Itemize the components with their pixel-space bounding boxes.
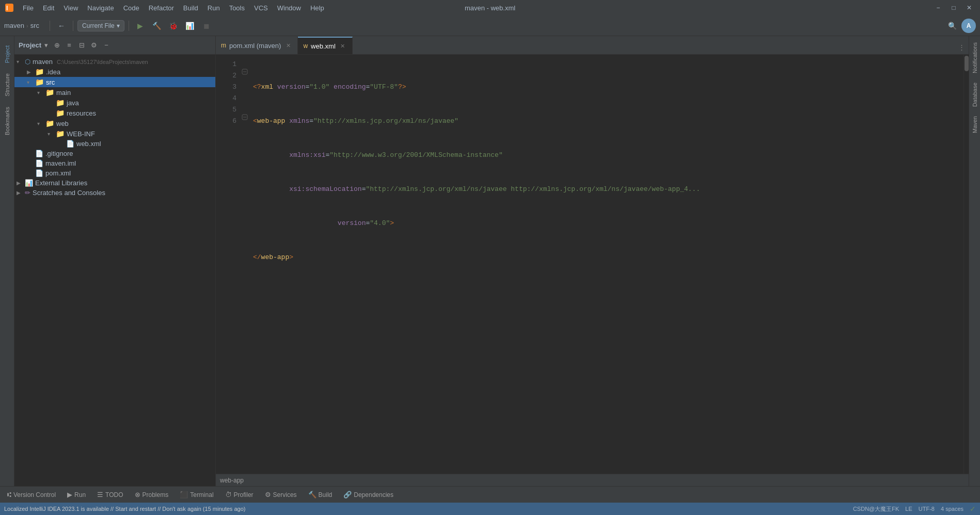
sidebar-settings-button[interactable]: ⚙ [88, 40, 100, 51]
menu-build[interactable]: Build [179, 3, 202, 13]
bottom-tab-build[interactable]: 🔨 Build [303, 489, 338, 501]
tree-label-resources: resources [67, 109, 96, 117]
coverage-button[interactable]: 📊 [183, 19, 197, 33]
tree-item-idea[interactable]: ▶ 📁 .idea [14, 67, 215, 77]
close-button[interactable]: ✕ [962, 3, 976, 13]
editor-container[interactable]: 1 2 3 4 5 6 [216, 55, 969, 474]
lightbulb-icon[interactable]: 💡 [249, 218, 249, 229]
tab-pomxml-close[interactable]: ✕ [284, 41, 292, 50]
xml-xmlns-attr: xmlns [289, 116, 309, 127]
tree-item-resources[interactable]: ▶ 📁 resources [14, 108, 215, 118]
sidebar-locate-button[interactable]: ⊟ [76, 40, 87, 51]
sidebar-dropdown-icon[interactable]: ▾ [44, 41, 48, 49]
left-vtab-bookmarks[interactable]: Bookmarks [2, 102, 12, 140]
status-indent[interactable]: 4 spaces [941, 506, 963, 512]
stop-button[interactable]: ◼ [199, 19, 214, 33]
fold-marker-2[interactable] [242, 69, 248, 75]
sidebar-add-button[interactable]: ⊕ [51, 40, 62, 51]
bottom-tab-todo[interactable]: ☰ TODO [92, 489, 128, 501]
tree-label-maveniml: maven.iml [45, 159, 76, 167]
tree-item-scratches[interactable]: ▶ ✏ Scratches and Consoles [14, 188, 215, 198]
status-user: CSDN@大魔王FK [853, 505, 899, 513]
tab-pomxml[interactable]: m pom.xml (maven) ✕ [216, 37, 298, 54]
scratches-icon: ✏ [25, 189, 30, 197]
code-editor[interactable]: <?xml version="1.0" encoding="UTF-8"?> <… [249, 55, 963, 474]
menu-help[interactable]: Help [306, 3, 328, 13]
xml-xmlns-xsi-val: "http://www.w3.org/2001/XMLSchema-instan… [329, 150, 502, 161]
menu-run[interactable]: Run [203, 3, 224, 13]
editor-scrollbar[interactable] [963, 55, 969, 474]
user-avatar[interactable]: A [961, 19, 976, 33]
code-line-1: <?xml version="1.0" encoding="UTF-8"?> [253, 82, 963, 93]
bottom-tab-services[interactable]: ⚙ Services [260, 489, 302, 501]
xml-version-val-2: "4.0" [370, 218, 390, 229]
bottom-tab-problems[interactable]: ⊗ Problems [130, 489, 174, 501]
todo-icon: ☰ [97, 491, 103, 498]
xml-version-attr: version [277, 82, 306, 93]
menu-navigate[interactable]: Navigate [83, 3, 118, 13]
bottom-tab-profiler[interactable]: ⏱ Profiler [220, 489, 259, 501]
search-everywhere-button[interactable]: 🔍 [945, 19, 959, 33]
tree-arrow-src: ▾ [27, 79, 33, 85]
tree-item-webinf[interactable]: ▾ 📁 WEB-INF [14, 128, 215, 139]
right-tab-maven[interactable]: Maven [971, 112, 979, 137]
scrollbar-thumb[interactable] [965, 56, 969, 71]
bottom-tab-versioncontrol[interactable]: ⑆ Version Control [2, 489, 61, 501]
bottom-bar: ⑆ Version Control ▶ Run ☰ TODO ⊗ Problem… [0, 486, 980, 503]
tab-more-button[interactable]: ⋮ [954, 40, 969, 54]
menu-window[interactable]: Window [273, 3, 305, 13]
app-logo: I [4, 3, 14, 13]
xml-encoding-attr: encoding [334, 82, 366, 93]
menu-vcs[interactable]: VCS [250, 3, 272, 13]
extlibs-icon: 📊 [25, 179, 33, 187]
menu-view[interactable]: View [59, 3, 82, 13]
tree-item-java[interactable]: ▶ 📁 java [14, 98, 215, 108]
back-button[interactable]: ← [54, 19, 69, 33]
menu-edit[interactable]: Edit [39, 3, 58, 13]
tree-arrow-web: ▾ [37, 121, 43, 126]
bottom-tab-run[interactable]: ▶ Run [62, 489, 91, 501]
run-button[interactable]: ▶ [133, 19, 148, 33]
tree-item-maven[interactable]: ▾ ⬡ maven C:\Users\35127\IdeaProjects\ma… [14, 57, 215, 67]
status-encoding[interactable]: UTF-8 [919, 506, 935, 512]
iml-icon: 📄 [35, 159, 43, 167]
tab-webxml[interactable]: w web.xml ✕ [298, 37, 352, 54]
folder-icon-src: 📁 [35, 78, 44, 86]
tree-item-extlibs[interactable]: ▶ 📊 External Libraries [14, 178, 215, 188]
tab-pomxml-label: pom.xml (maven) [229, 42, 281, 50]
menu-refactor[interactable]: Refactor [145, 3, 178, 13]
debug-button[interactable]: 🐞 [166, 19, 181, 33]
tree-item-pomxml[interactable]: ▶ 📄 pom.xml [14, 168, 215, 178]
tree-item-web[interactable]: ▾ 📁 web [14, 118, 215, 128]
breadcrumb-src[interactable]: src [30, 22, 39, 29]
bottom-tab-dependencies[interactable]: 🔗 Dependencies [338, 489, 399, 501]
current-file-dropdown[interactable]: Current File ▾ [77, 20, 124, 31]
tree-item-maveniml[interactable]: ▶ 📄 maven.iml [14, 158, 215, 168]
code-line-4: xsi:schemaLocation="http://xmlns.jcp.org… [253, 184, 963, 195]
editor-gutter [241, 55, 249, 474]
left-vtab-structure[interactable]: Structure [2, 68, 12, 102]
xml-version-attr-2: version [338, 218, 366, 229]
right-tab-notifications[interactable]: Notifications [971, 38, 979, 77]
breadcrumb-maven[interactable]: maven [4, 22, 24, 29]
build-button[interactable]: 🔨 [150, 19, 164, 33]
sidebar-close-button[interactable]: − [101, 40, 112, 51]
menu-code[interactable]: Code [119, 3, 144, 13]
tab-bar: m pom.xml (maven) ✕ w web.xml ✕ ⋮ [216, 36, 969, 55]
fold-marker-6[interactable] [242, 114, 248, 120]
status-position[interactable]: LE [905, 506, 912, 512]
tree-item-src[interactable]: ▾ 📁 src [14, 77, 215, 87]
sidebar-collapse-all-button[interactable]: ≡ [64, 40, 75, 51]
maximize-button[interactable]: □ [947, 3, 960, 13]
minimize-button[interactable]: − [931, 3, 945, 13]
tab-webxml-close[interactable]: ✕ [339, 42, 347, 50]
tree-item-main[interactable]: ▾ 📁 main [14, 87, 215, 98]
bottom-tab-terminal[interactable]: ⬛ Terminal [175, 489, 218, 501]
menu-file[interactable]: File [19, 3, 38, 13]
left-vtab-project[interactable]: Project [2, 40, 12, 68]
tree-item-webxml[interactable]: ▶ 📄 web.xml [14, 139, 215, 149]
right-tab-database[interactable]: Database [971, 78, 979, 111]
menu-tools[interactable]: Tools [225, 3, 249, 13]
toolbar-divider-2 [73, 21, 73, 31]
tree-item-gitignore[interactable]: ▶ 📄 .gitignore [14, 149, 215, 158]
